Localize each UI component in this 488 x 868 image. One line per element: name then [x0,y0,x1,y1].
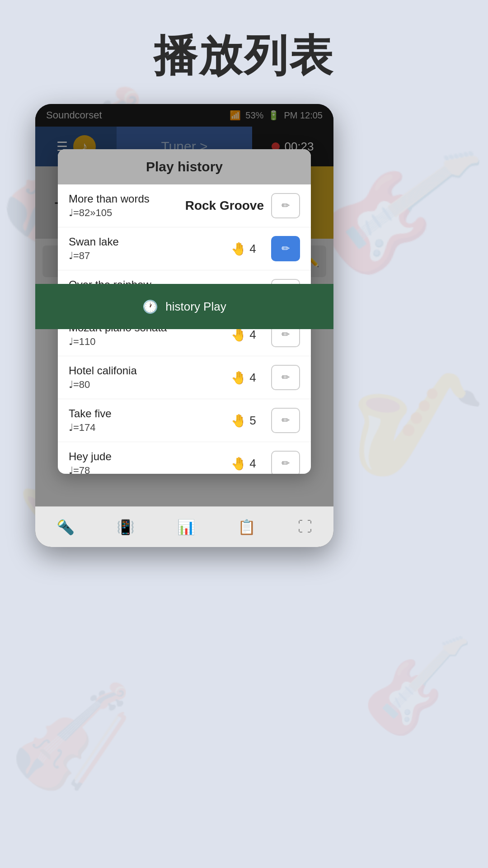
beat-num-5: 4 [249,371,256,385]
song-bpm-2: ♩=87 [69,250,216,262]
edit-button-1[interactable]: ✏ [271,193,300,218]
song-bpm-5: ♩=80 [69,379,216,391]
clipboard-icon: 📋 [238,519,256,536]
song-title-6: Take five [69,407,216,420]
history-item-6[interactable]: Take five ♩=174 🤚 5 ✏ [58,399,311,442]
hand-icon-4: 🤚 [231,327,247,342]
song-genre-1: Rock Groove [185,198,264,213]
song-details-5: Hotel califonia ♩=80 [69,364,216,391]
chart-icon: 📊 [177,519,195,536]
modal-title: Play history [146,159,223,174]
expand-icon: ⛶ [298,519,312,535]
pencil-icon-4: ✏ [282,329,290,340]
song-details-7: Hey jude ♩=78 [69,450,216,474]
nav-flashlight[interactable]: 🔦 [56,519,75,536]
history-label: history Play [165,300,226,314]
song-bpm-4: ♩=110 [69,336,216,348]
history-button[interactable]: 🕐 history Play [35,284,333,329]
song-title-7: Hey jude [69,450,216,463]
modal-header: Play history [58,149,311,184]
song-details-1: More than words ♩=82»105 [69,193,178,219]
beat-num-7: 4 [249,457,256,471]
history-clock-icon: 🕐 [142,299,158,314]
pencil-icon-2: ✏ [282,243,290,255]
song-bpm-7: ♩=78 [69,465,216,474]
nav-chart[interactable]: 📊 [177,519,195,536]
history-item-7[interactable]: Hey jude ♩=78 🤚 4 ✏ [58,442,311,474]
song-details-2: Swan lake ♩=87 [69,236,216,262]
bottom-nav: 🔦 📳 📊 📋 ⛶ [35,506,333,547]
beat-info-4: 🤚 4 [223,327,264,342]
beat-num-4: 4 [249,328,256,342]
beat-num-2: 4 [249,242,256,256]
nav-clipboard[interactable]: 📋 [238,519,256,536]
flashlight-icon: 🔦 [56,519,75,536]
app-content: ☰ ♪ Tuner > 00:23 − + [35,127,333,547]
song-bpm-1: ♩=82»105 [69,207,178,219]
hand-icon-7: 🤚 [231,456,247,471]
beat-info-5: 🤚 4 [223,370,264,385]
song-title-1: More than words [69,193,178,205]
hand-icon-6: 🤚 [231,413,247,428]
pencil-icon-7: ✏ [282,458,290,469]
history-item-2[interactable]: Swan lake ♩=87 🤚 4 ✏ [58,227,311,270]
beat-info-2: 🤚 4 [223,241,264,256]
edit-button-2[interactable]: ✏ [271,236,300,261]
song-title-2: Swan lake [69,236,216,248]
pencil-icon-1: ✏ [282,200,290,212]
hand-icon-5: 🤚 [231,370,247,385]
modal-body: More than words ♩=82»105 Rock Groove ✏ S… [58,184,311,474]
song-bpm-6: ♩=174 [69,422,216,434]
edit-button-6[interactable]: ✏ [271,408,300,433]
hand-icon-2: 🤚 [231,241,247,256]
vibrate-icon: 📳 [117,519,135,536]
phone-frame: Soundcorset 📶 53% 🔋 PM 12:05 ☰ ♪ Tuner >… [35,104,333,547]
history-item-5[interactable]: Hotel califonia ♩=80 🤚 4 ✏ [58,356,311,399]
nav-vibrate[interactable]: 📳 [117,519,135,536]
edit-button-7[interactable]: ✏ [271,451,300,474]
song-details-6: Take five ♩=174 [69,407,216,434]
nav-expand[interactable]: ⛶ [298,519,312,535]
beat-info-7: 🤚 4 [223,456,264,471]
beat-info-6: 🤚 5 [223,413,264,428]
page-title: 播放列表 [0,0,488,108]
song-title-5: Hotel califonia [69,364,216,377]
edit-button-5[interactable]: ✏ [271,365,300,390]
history-item-1[interactable]: More than words ♩=82»105 Rock Groove ✏ [58,184,311,227]
pencil-icon-5: ✏ [282,372,290,383]
pencil-icon-6: ✏ [282,415,290,426]
beat-num-6: 5 [249,414,256,428]
